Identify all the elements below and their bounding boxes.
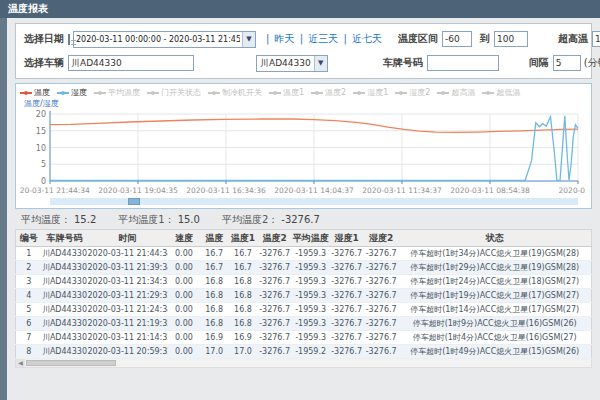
stats-row: 平均温度：15.2平均温度1：15.0平均温度2：-3276.7 [21,213,590,227]
vehicle-select[interactable]: 川AD44330 ▼ [256,55,328,72]
date-range-input[interactable] [74,32,242,47]
table-cell: 川AD44330 [41,331,87,345]
table-cell: -3276.7 [257,261,292,275]
temp-max-input[interactable] [494,31,528,47]
legend-item[interactable]: 温度2 [311,87,346,98]
table-cell: 2 [16,261,42,275]
chart-scrollbar-handle[interactable] [128,198,140,205]
table-cell: 停车超时(1时49分)ACC熄火卫星(15)GSM(26) [398,345,591,359]
legend-item[interactable]: 平均温度 [94,87,140,98]
column-header: 速度 [168,230,200,247]
column-header: 平均温度 [292,230,329,247]
stat-label: 平均温度2： [222,214,278,225]
table-cell: 16.7 [229,247,258,261]
table-cell: -3276.7 [364,275,399,289]
chart-panel: 温度湿度平均温度门开关状态制冷机开关温度1温度2湿度1湿度2超高温超低温 温度/… [15,83,592,209]
plate-number-input[interactable] [427,55,499,71]
vehicle-input[interactable] [68,55,194,71]
temp-range-label: 温度区间 [398,32,438,46]
svg-text:2020-03-11 14:04:37: 2020-03-11 14:04:37 [274,186,354,195]
table-cell: 停车超时(1时19分)ACC熄火卫星(17)GSM(27) [398,289,591,303]
filter-row-vehicle: 选择车辆 川AD44330 ▼ 车牌号码 间隔 (分钟) [24,51,583,75]
table-cell: -3276.7 [364,331,399,345]
stat-item: 平均温度1：15.0 [118,213,200,227]
table-cell: 停车超时(1时14分)ACC熄火卫星(17)GSM(27) [398,303,591,317]
table-cell: 0.00 [168,331,200,345]
legend-marker-icon [353,92,365,94]
table-cell: 16.8 [229,317,258,331]
link-separator: | [266,33,269,44]
svg-text:2020-03-11 16:34:36: 2020-03-11 16:34:36 [186,186,266,195]
date-dropdown-arrow-icon[interactable]: ▼ [242,32,255,47]
svg-text:0: 0 [41,177,46,186]
scroll-left-arrow-icon[interactable]: ◀ [16,359,25,367]
table-cell: -3276.7 [364,247,399,261]
link-last-7-days[interactable]: 近七天 [352,33,382,44]
interval-input[interactable] [553,55,581,71]
table-cell: 川AD44330 [41,247,87,261]
calendar-icon[interactable] [68,34,70,45]
table-cell: 16.8 [200,317,229,331]
column-header: 温度2 [257,230,292,247]
legend-item[interactable]: 湿度2 [395,87,430,98]
svg-text:20: 20 [36,110,46,119]
chart-svg: 051015202020-03-11 21:44:342020-03-11 19… [20,109,586,195]
table-cell: 0.00 [168,275,200,289]
legend-label: 制冷机开关 [222,87,262,98]
legend-item[interactable]: 制冷机开关 [208,87,262,98]
high-temp-input[interactable] [592,31,600,47]
table-cell: 川AD44330 [41,275,87,289]
table-cell: 17.0 [229,345,258,359]
date-range-combobox: ▼ [73,31,256,48]
table-cell: 2020-03-11 21:29:35 [87,289,168,303]
table-cell: -3276.7 [257,303,292,317]
legend-item[interactable]: 湿度 [57,87,87,98]
table-cell: -3276.7 [364,289,399,303]
table-cell: -1959.3 [292,331,329,345]
table-cell: 16.8 [229,303,258,317]
table-cell: 0.00 [168,303,200,317]
table-cell: -1959.2 [292,345,329,359]
stat-item: 平均温度：15.2 [21,213,96,227]
table-cell: 16.7 [229,261,258,275]
table-cell: 16.7 [200,247,229,261]
stat-label: 平均温度1： [118,214,174,225]
table-cell: 2020-03-11 21:24:34 [87,303,168,317]
legend-marker-icon [94,92,106,94]
table-cell: 16.8 [200,289,229,303]
table-cell: 2020-03-11 21:14:35 [87,331,168,345]
legend-item[interactable]: 门开关状态 [147,87,201,98]
column-header: 编号 [16,230,42,247]
table-cell: 0.00 [168,317,200,331]
legend-marker-icon [482,92,494,94]
table-cell: 7 [16,331,42,345]
table-cell: 16.8 [200,275,229,289]
legend-label: 湿度1 [367,87,388,98]
table-cell: -3276.7 [329,317,364,331]
table-cell: 0.00 [168,345,200,359]
table-cell: -3276.7 [329,345,364,359]
link-separator: | [300,33,303,44]
table-cell: -1959.3 [292,261,329,275]
table-scrollbar-handle[interactable] [26,360,116,366]
temp-min-input[interactable] [442,31,472,47]
legend-marker-icon [269,92,281,94]
table-row: 5川AD443302020-03-11 21:24:340.0016.816.8… [16,303,592,317]
column-header: 温度 [200,230,229,247]
legend-item[interactable]: 温度 [20,87,50,98]
legend-item[interactable]: 超高温 [437,87,475,98]
page-title: 温度报表 [0,0,600,18]
vehicle-select-value: 川AD44330 [257,57,314,70]
link-yesterday[interactable]: 昨天 [275,33,295,44]
link-last-3-days[interactable]: 近三天 [308,33,338,44]
table-cell: 3 [16,275,42,289]
table-cell: -1959.3 [292,303,329,317]
table-row: 6川AD443302020-03-11 21:19:350.0016.816.8… [16,317,592,331]
svg-text:2020-03-11 11:34:37: 2020-03-11 11:34:37 [362,186,442,195]
legend-label: 超高温 [451,87,475,98]
table-cell: -1959.3 [292,289,329,303]
legend-item[interactable]: 超低温 [482,87,520,98]
legend-item[interactable]: 温度1 [269,87,304,98]
table-cell: 2020-03-11 21:44:34 [87,247,168,261]
legend-item[interactable]: 湿度1 [353,87,388,98]
